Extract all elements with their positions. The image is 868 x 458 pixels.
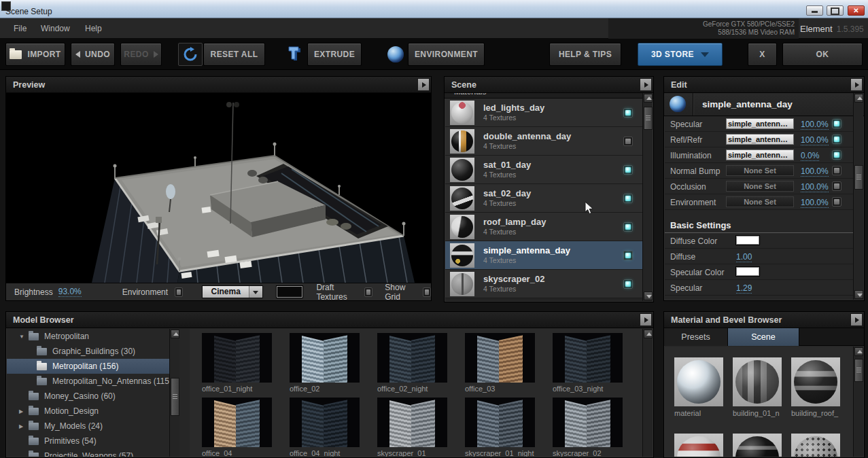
model-thumbnail-image[interactable] [465, 333, 535, 383]
tree-item[interactable]: Primitives (54) [7, 434, 179, 448]
texture-slot-percent[interactable]: 100.0% [801, 182, 829, 192]
material-thumbnail-cell[interactable]: building_01_n [733, 357, 791, 434]
models-scroll-up-icon[interactable] [644, 330, 653, 338]
texture-slot-checkbox[interactable] [832, 150, 841, 160]
preview-panel-arrow-button[interactable] [417, 78, 430, 91]
texture-slot-percent[interactable]: 100.0% [801, 198, 829, 208]
texture-slot-button[interactable]: None Set [726, 181, 794, 192]
tree-item[interactable]: Projectile_Weapons (57) [7, 448, 179, 457]
edit-panel-arrow-button[interactable] [850, 78, 863, 91]
scene-scroll-up-icon[interactable] [644, 94, 653, 103]
reset-all-button[interactable]: RESET ALL [203, 43, 265, 66]
material-enabled-checkbox[interactable] [623, 137, 633, 146]
material-list-item[interactable]: roof_lamp_day 4 Textures [445, 213, 642, 241]
ok-button[interactable]: OK [782, 43, 863, 66]
edit-scroll-up-icon[interactable] [854, 94, 863, 103]
texture-slot-button[interactable]: None Set [726, 165, 794, 176]
texture-slot-button[interactable]: simple_antenne_s [726, 134, 794, 145]
edit-scrollbar[interactable] [853, 93, 863, 300]
background-color-swatch[interactable] [277, 286, 302, 298]
maximize-button[interactable] [827, 5, 844, 16]
texture-slot-button[interactable]: simple_antenne_s [726, 118, 794, 129]
texture-slot-checkbox[interactable] [832, 119, 841, 128]
tree-item[interactable]: My_Models (24) [7, 419, 179, 434]
material-scroll-up-icon[interactable] [854, 347, 863, 356]
material-enabled-checkbox[interactable] [623, 165, 633, 175]
model-thumbnail-cell[interactable]: skyscraper_01 [377, 398, 465, 457]
scene-scroll-thumb[interactable] [644, 107, 653, 130]
show-grid-checkbox[interactable] [423, 287, 431, 297]
material-thumbnail-cell[interactable] [674, 434, 733, 457]
model-thumbnail-image[interactable] [553, 333, 623, 383]
camera-preset-dropdown[interactable]: Cinema [202, 285, 263, 298]
model-thumbnail-cell[interactable]: skyscraper_02 [553, 398, 640, 457]
minimize-button[interactable] [806, 5, 823, 16]
tree-item[interactable]: Motion_Design [7, 404, 179, 419]
material-list-item[interactable]: sat_01_day 4 Textures [445, 156, 642, 184]
model-thumbnail-image[interactable] [465, 398, 535, 447]
edit-scroll-thumb[interactable] [854, 165, 863, 190]
model-thumbnail-cell[interactable]: skyscraper_01_night [465, 398, 553, 457]
texture-slot-checkbox[interactable] [832, 197, 841, 207]
material-enabled-checkbox[interactable] [623, 222, 633, 232]
material-thumbnail-cell[interactable] [791, 434, 850, 457]
model-thumbnail-cell[interactable]: office_01_night [202, 333, 290, 398]
model-thumbnail-cell[interactable]: office_02_night [377, 333, 465, 398]
tree-scroll-thumb[interactable] [171, 378, 179, 416]
material-enabled-checkbox[interactable] [623, 108, 633, 118]
material-list-item[interactable]: skyscraper_02 4 Textures [445, 270, 642, 298]
texture-slot-button[interactable]: simple_antenne_ill [726, 149, 794, 160]
model-thumbnail-image[interactable] [377, 333, 447, 383]
material-list-item[interactable]: double_antenna_day 4 Textures [445, 127, 642, 156]
cancel-button[interactable]: X [748, 43, 777, 66]
models-scrollbar[interactable] [642, 329, 653, 457]
basic-setting-value[interactable]: 1.00 [736, 252, 752, 262]
preview-3d-viewport[interactable] [6, 93, 431, 283]
undo-button[interactable]: UNDO [71, 43, 115, 66]
material-enabled-checkbox[interactable] [623, 194, 633, 203]
material-thumbnail-cell[interactable]: building_roof_ [791, 357, 850, 434]
tree-scrollbar[interactable] [169, 329, 179, 457]
color-swatch[interactable] [736, 267, 759, 276]
texture-slot-checkbox[interactable] [832, 181, 841, 191]
model-thumbnail-cell[interactable]: office_03_night [553, 333, 640, 398]
tree-expander-icon[interactable] [19, 408, 29, 415]
material-scroll-thumb[interactable] [854, 359, 863, 382]
draft-textures-checkbox[interactable] [364, 287, 372, 297]
environment-button[interactable]: ENVIRONMENT [408, 43, 485, 66]
model-thumbnail-cell[interactable]: office_03 [465, 333, 553, 398]
color-swatch[interactable] [736, 236, 759, 245]
texture-slot-percent[interactable]: 0.0% [801, 151, 819, 161]
material-enabled-checkbox[interactable] [623, 251, 633, 260]
basic-setting-value[interactable]: 1.29 [736, 283, 752, 294]
model-thumbnail-image[interactable] [202, 333, 272, 383]
material-list-item[interactable]: led_lights_day 4 Textures [445, 99, 642, 127]
environment-checkbox[interactable] [175, 287, 183, 297]
model-thumbnail-image[interactable] [290, 398, 360, 447]
menu-window[interactable]: Window [41, 24, 70, 33]
model-thumbnail-cell[interactable]: office_04 [202, 398, 290, 457]
texture-slot-checkbox[interactable] [832, 135, 841, 144]
scene-scroll-down-icon[interactable] [644, 292, 653, 300]
material-thumbnail-cell[interactable] [733, 434, 791, 457]
scene-scrollbar[interactable] [642, 93, 653, 301]
tree-scroll-up-icon[interactable] [171, 330, 179, 338]
material-sphere-preview[interactable] [794, 360, 837, 404]
texture-slot-percent[interactable]: 100.0% [801, 135, 829, 145]
model-thumbnail-cell[interactable]: office_04_night [290, 398, 377, 457]
import-button[interactable]: IMPORT [5, 43, 65, 66]
tree-expander-icon[interactable] [19, 334, 29, 340]
tree-expander-icon[interactable] [19, 423, 29, 429]
model-thumbnail-cell[interactable]: office_02 [290, 333, 377, 398]
material-list-item[interactable]: simple_antenna_day 4 Textures [445, 241, 642, 270]
extrude-button[interactable]: EXTRUDE [307, 43, 362, 66]
texture-slot-percent[interactable]: 100.0% [801, 166, 829, 177]
texture-slot-checkbox[interactable] [832, 166, 841, 175]
material-scrollbar[interactable] [853, 347, 863, 457]
menu-file[interactable]: File [14, 24, 27, 33]
edit-scroll-down-icon[interactable] [854, 290, 863, 299]
texture-slot-button[interactable]: None Set [726, 196, 794, 207]
tree-item[interactable]: Metropolitan [7, 329, 179, 344]
brightness-value[interactable]: 93.0% [58, 287, 82, 297]
texture-slot-percent[interactable]: 100.0% [801, 120, 829, 130]
